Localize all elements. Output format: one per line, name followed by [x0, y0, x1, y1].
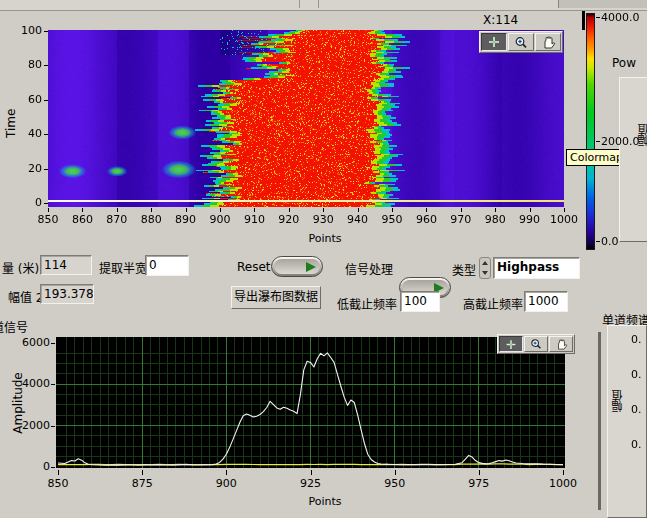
- reset-label: Reset: [237, 260, 271, 274]
- waterfall-x-tick-mark: [426, 208, 427, 212]
- spectrum-panel-y-tick-label: 0.: [631, 403, 647, 416]
- waterfall-y-tick-mark: [44, 169, 48, 170]
- line-chart-y-tick-label: 4000: [14, 377, 50, 390]
- filter-type-spinner[interactable]: [479, 257, 491, 279]
- waterfall-y-tick-label: 20: [14, 162, 42, 175]
- waterfall-x-tick-mark: [564, 208, 565, 212]
- filter-type-label: 类型: [452, 261, 476, 278]
- line-chart-plot[interactable]: [56, 337, 565, 468]
- extract-half-width-input[interactable]: 0: [145, 255, 189, 276]
- waterfall-y-tick-label: 40: [14, 127, 42, 140]
- single-channel-section-label: 单道信号: [0, 318, 28, 335]
- zoom-tool-button[interactable]: [508, 33, 534, 51]
- zoom-tool-icon: [513, 36, 529, 49]
- filter-type-combo[interactable]: Highpass: [493, 257, 580, 279]
- reset-toggle[interactable]: [271, 256, 323, 277]
- waterfall-x-tick-label: 1000: [544, 213, 584, 226]
- waterfall-x-tick-mark: [323, 208, 324, 212]
- waterfall-y-tick-mark: [44, 203, 48, 204]
- waterfall-y-tick-mark: [44, 134, 48, 135]
- top-strip: [0, 0, 647, 11]
- line-chart-x-tick-mark: [311, 470, 312, 475]
- power-panel-label: Pow: [612, 56, 636, 70]
- amp2-value-display: 193.378: [40, 284, 94, 304]
- toggle-arrow-icon: [306, 262, 316, 272]
- line-chart-x-tick-mark: [563, 470, 564, 475]
- line-chart-y-tick-mark: [51, 384, 55, 385]
- line-chart-y-tick-mark: [51, 467, 55, 468]
- pan-tool-icon: [541, 36, 556, 49]
- low-cutoff-input[interactable]: 100: [400, 291, 440, 312]
- spectrum-panel-y-tick-label: 0.: [631, 438, 647, 451]
- line-chart-x-tick-mark: [58, 470, 59, 475]
- high-cutoff-label: 高截止频率: [463, 295, 523, 312]
- zoom-tool-button[interactable]: [524, 336, 548, 352]
- cursor-tool-button[interactable]: [499, 336, 523, 352]
- waterfall-x-tick-mark: [186, 208, 187, 212]
- colorbar-tick-label: 4000.0: [601, 11, 640, 24]
- waterfall-x-tick-mark: [48, 208, 49, 212]
- waterfall-y-tick-label: 80: [14, 58, 42, 71]
- line-chart-x-tick-mark: [395, 470, 396, 475]
- line-chart-y-tick-label: 6000: [14, 336, 50, 349]
- line-chart-x-tick-mark: [142, 470, 143, 475]
- waterfall-x-tick-mark: [254, 208, 255, 212]
- line-chart-x-tick-mark: [226, 470, 227, 475]
- position-value-display: 114: [40, 255, 92, 275]
- waterfall-x-tick-mark: [358, 208, 359, 212]
- waterfall-x-tick-mark: [151, 208, 152, 212]
- spectrum-panel: [607, 325, 647, 518]
- pan-tool-button[interactable]: [535, 33, 561, 51]
- line-chart-x-tick-label: 975: [459, 477, 499, 490]
- spectrogram-canvas[interactable]: [48, 30, 564, 207]
- spectrum-panel-y-tick-label: 0.: [631, 333, 647, 346]
- line-chart-y-axis-label: Amplitude: [11, 353, 25, 453]
- waterfall-y-tick-label: 100: [14, 24, 42, 37]
- panel-divider: [598, 332, 601, 510]
- zoom-tool-icon: [529, 338, 543, 350]
- colorbar-tick-mark: [596, 17, 600, 18]
- line-chart-x-tick-label: 850: [38, 477, 78, 490]
- app-window: Time Points X:114: [0, 0, 647, 518]
- high-cutoff-input[interactable]: 1000: [524, 291, 568, 312]
- waterfall-x-tick-mark: [220, 208, 221, 212]
- top-right-panel: [619, 77, 647, 242]
- cursor-readout: X:114: [483, 13, 518, 27]
- colorbar-cursor-mark: [582, 11, 585, 30]
- cursor-tool-button[interactable]: [481, 33, 507, 51]
- line-chart-y-tick-mark: [51, 426, 55, 427]
- colormap-tooltip: Colormap: [566, 149, 627, 166]
- top-strip-notch: [299, 0, 319, 8]
- colorbar-tick-label: 0.0: [601, 235, 619, 248]
- waterfall-y-tick-label: 60: [14, 93, 42, 106]
- pan-tool-button[interactable]: [549, 336, 573, 352]
- waterfall-graph-palette: [479, 31, 563, 53]
- spinner-up-icon[interactable]: [482, 261, 488, 265]
- extract-half-width-label: 提取半宽: [99, 259, 147, 276]
- line-chart-y-tick-label: 2000: [14, 419, 50, 432]
- waterfall-x-axis-label: Points: [305, 232, 345, 245]
- spinner-down-icon[interactable]: [482, 271, 488, 275]
- waterfall-x-tick-mark: [392, 208, 393, 212]
- line-chart-y-tick-label: 0: [14, 460, 50, 473]
- line-chart-x-tick-label: 875: [122, 477, 162, 490]
- colorbar[interactable]: [586, 13, 595, 250]
- line-chart-x-tick-label: 1000: [543, 477, 583, 490]
- waterfall-y-tick-mark: [44, 100, 48, 101]
- spectrum-panel-y-tick-label: 0.: [631, 368, 647, 381]
- signal-processing-label: 信号处理: [345, 260, 393, 277]
- line-chart-x-tick-mark: [479, 470, 480, 475]
- waterfall-x-tick-mark: [289, 208, 290, 212]
- line-chart-x-tick-label: 900: [206, 477, 246, 490]
- waterfall-y-tick-mark: [44, 31, 48, 32]
- pan-tool-icon: [555, 339, 568, 350]
- line-chart-y-tick-mark: [51, 343, 55, 344]
- amp2-label: 幅值 2: [8, 288, 43, 305]
- low-cutoff-label: 低截止频率: [337, 295, 397, 312]
- spectrum-panel-y-axis-label: 幅值: [611, 390, 627, 412]
- cursor-tool-icon: [504, 339, 518, 350]
- line-chart-x-tick-label: 950: [375, 477, 415, 490]
- waterfall-y-tick-label: 0: [14, 196, 42, 209]
- export-waterfall-button[interactable]: 导出瀑布图数据: [231, 286, 321, 309]
- line-chart-x-tick-label: 925: [291, 477, 331, 490]
